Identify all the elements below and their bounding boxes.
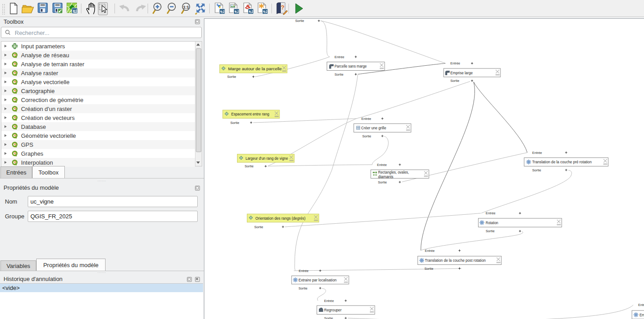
svg-text:Sortie: Sortie xyxy=(230,121,239,125)
svg-text:Sortie: Sortie xyxy=(424,267,433,271)
svg-text:?: ? xyxy=(281,4,284,11)
svg-text:Entrée: Entrée xyxy=(299,269,309,273)
svg-text:Sortie: Sortie xyxy=(486,229,495,233)
svg-text:Entrée: Entrée xyxy=(486,211,496,215)
svg-text:diamants: diamants xyxy=(378,174,394,179)
svg-text:Entrée: Entrée xyxy=(361,117,371,121)
svg-text:Sortie: Sortie xyxy=(254,225,263,229)
svg-text:Parcelle sans marge: Parcelle sans marge xyxy=(335,64,367,68)
svg-text:Marge autour de la parcelle: Marge autour de la parcelle xyxy=(228,67,282,71)
svg-text:Entrée: Entrée xyxy=(450,61,460,65)
svg-text:Translation de la couche pré r: Translation de la couche pré rotation xyxy=(532,160,592,164)
svg-text:Rectangles, ovales,: Rectangles, ovales, xyxy=(378,170,409,174)
svg-text:Rotation: Rotation xyxy=(486,221,498,225)
svg-text:Sortie: Sortie xyxy=(324,316,333,319)
svg-text:1:1: 1:1 xyxy=(183,5,189,9)
svg-text:Entrée: Entrée xyxy=(377,163,387,167)
svg-text:Sortie: Sortie xyxy=(245,164,254,168)
svg-text:Sortie: Sortie xyxy=(450,79,459,83)
svg-text:Espacement entre rang: Espacement entre rang xyxy=(231,112,269,116)
svg-text:Sortie: Sortie xyxy=(532,168,541,172)
svg-text:Sortie: Sortie xyxy=(378,180,387,184)
svg-text:Emprise large: Emprise large xyxy=(450,71,473,75)
svg-text:Entrée: Entrée xyxy=(425,249,435,253)
svg-text:Largeur d'un rang de vigne: Largeur d'un rang de vigne xyxy=(246,156,288,161)
svg-text:Créer une grille: Créer une grille xyxy=(361,126,386,130)
svg-text:Entrée: Entrée xyxy=(638,303,644,307)
svg-text:Extraire par localisation: Extraire par localisation xyxy=(299,278,337,282)
svg-text:Entrée: Entrée xyxy=(324,299,334,303)
svg-text:Sortie: Sortie xyxy=(227,75,236,79)
svg-text:Entrée: Entrée xyxy=(532,151,542,155)
svg-text:Regrouper: Regrouper xyxy=(324,308,342,312)
svg-text:Sortie: Sortie xyxy=(299,286,308,290)
svg-text:Sortie: Sortie xyxy=(335,72,343,77)
svg-text:Translation de la couche post: Translation de la couche post rotation xyxy=(425,258,486,263)
svg-text:Emprise: Emprise xyxy=(640,313,644,317)
svg-text:Entrée: Entrée xyxy=(335,55,344,59)
svg-text:Orientation des rangs (degrés): Orientation des rangs (degrés) xyxy=(255,216,305,221)
svg-text:Sortie: Sortie xyxy=(362,134,371,138)
svg-text:Sortie: Sortie xyxy=(295,19,304,23)
